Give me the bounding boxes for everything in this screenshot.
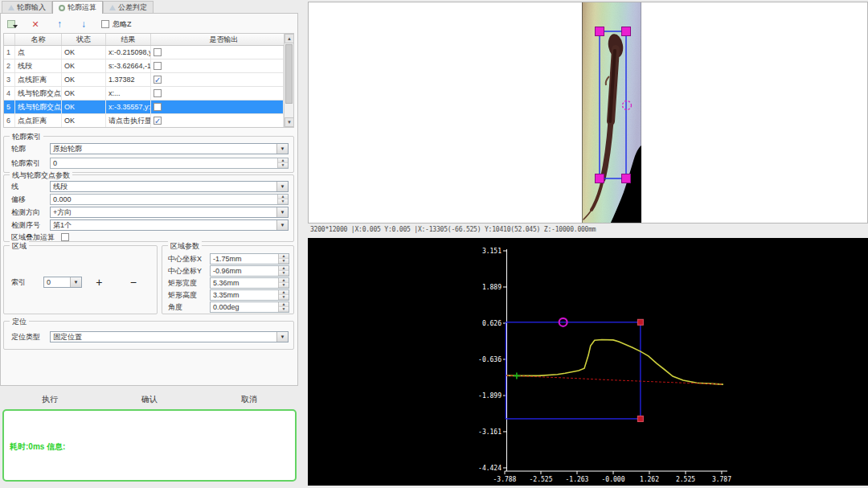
profile-plot[interactable]: 3.1511.8890.626-0.636-1.899-3.161-4.424-… xyxy=(308,238,868,486)
param-label: 中心坐标Y xyxy=(168,266,210,277)
tab-label: 轮廓运算 xyxy=(68,2,96,13)
output-checkbox[interactable] xyxy=(154,76,162,84)
positioning-type-value: 固定位置 xyxy=(51,332,276,342)
chevron-down-icon[interactable]: ▼ xyxy=(70,277,81,287)
image-viewer[interactable] xyxy=(308,2,868,223)
ignore-z-checkbox[interactable] xyxy=(101,20,109,28)
param-label: 角度 xyxy=(168,302,210,313)
confirm-button[interactable]: 确认 xyxy=(100,392,199,407)
col-name: 名称 xyxy=(15,34,62,45)
toolbar: ✕ ↑ ↓ 忽略Z xyxy=(5,18,132,31)
param-stepper[interactable]: -1.75mm▲▼ xyxy=(210,253,289,265)
overlay-calc-checkbox[interactable] xyxy=(61,233,69,241)
group-title: 轮廓索引 xyxy=(10,132,43,142)
message-box: 耗时:0ms 信息: xyxy=(2,409,297,482)
line-select[interactable]: 线段 ▼ xyxy=(50,181,289,192)
spinner-icons[interactable]: ▲▼ xyxy=(277,195,288,204)
svg-text:0.626: 0.626 xyxy=(482,320,502,327)
table-header: 名称 状态 结果 是否输出 xyxy=(4,34,293,46)
table-row[interactable]: 2线段OKs:-3.62664,-1... xyxy=(4,59,284,73)
region-param-row: 角度0.00deg▲▼ xyxy=(168,301,289,313)
order-label: 检测序号 xyxy=(11,220,50,231)
table-row[interactable]: 4线与轮廓交点OKx:... xyxy=(4,87,284,100)
output-checkbox[interactable] xyxy=(154,89,162,97)
contour-index-stepper[interactable]: 0 ▲▼ xyxy=(50,158,289,169)
svg-text:1.889: 1.889 xyxy=(482,284,502,291)
triangle-icon xyxy=(8,5,14,10)
direction-select[interactable]: +方向 ▼ xyxy=(50,207,289,218)
table-row[interactable]: 1点OKx:-0.215098,y:... xyxy=(4,46,284,59)
table-row[interactable]: 5线与轮廓交点(1)OKx:-3.35557,y:-... xyxy=(4,100,284,114)
status-line: 3200*12000 |X:0.005 Y:0.005 |X:-13305(-6… xyxy=(310,226,865,236)
spinner-icons[interactable]: ▲▼ xyxy=(278,266,289,276)
col-output: 是否输出 xyxy=(151,34,293,45)
add-measure-icon[interactable] xyxy=(5,18,18,31)
tab-contour-calc[interactable]: 轮廓运算 xyxy=(52,1,103,14)
group-title: 定位 xyxy=(10,317,29,327)
contour-index-label: 轮廓索引 xyxy=(11,158,50,169)
output-checkbox[interactable] xyxy=(154,117,162,125)
param-stepper[interactable]: -0.96mm▲▼ xyxy=(210,265,289,277)
region-param-row: 中心坐标X-1.75mm▲▼ xyxy=(168,253,289,265)
ignore-z-label: 忽略Z xyxy=(113,19,132,30)
move-down-icon[interactable]: ↓ xyxy=(77,18,90,31)
tab-tolerance[interactable]: 公差判定 xyxy=(103,1,154,13)
chevron-down-icon[interactable]: ▼ xyxy=(276,144,288,154)
region-index-value: 0 xyxy=(44,278,70,286)
scroll-down-icon[interactable]: ▼ xyxy=(285,117,294,127)
delete-icon[interactable]: ✕ xyxy=(29,18,42,31)
line-label: 线 xyxy=(11,182,50,192)
output-checkbox[interactable] xyxy=(154,103,162,111)
table-row[interactable]: 6点点距离OK请点击执行显... xyxy=(4,114,284,128)
contour-value: 原始轮廓 xyxy=(51,144,276,154)
scroll-up-icon[interactable]: ▲ xyxy=(285,34,294,43)
cancel-button[interactable]: 取消 xyxy=(199,392,299,407)
region-index-label: 索引 xyxy=(11,277,43,288)
spinner-icons[interactable]: ▲▼ xyxy=(278,254,289,264)
table-row[interactable]: 3点线距离OK1.37382 xyxy=(4,73,284,87)
line-value: 线段 xyxy=(51,182,276,192)
table-scrollbar[interactable]: ▲ ▼ xyxy=(284,34,293,127)
order-select[interactable]: 第1个 ▼ xyxy=(50,219,289,231)
chevron-down-icon[interactable]: ▼ xyxy=(276,182,288,191)
direction-value: +方向 xyxy=(51,207,276,218)
positioning-type-select[interactable]: 固定位置 ▼ xyxy=(50,331,289,342)
tab-contour-input[interactable]: 轮廓输入 xyxy=(2,1,52,13)
remove-region-button[interactable]: − xyxy=(117,276,151,289)
contour-select[interactable]: 原始轮廓 ▼ xyxy=(50,143,289,154)
param-stepper[interactable]: 5.36mm▲▼ xyxy=(210,277,289,289)
spinner-icons[interactable]: ▲▼ xyxy=(277,158,288,168)
move-up-icon[interactable]: ↑ xyxy=(53,18,66,31)
param-label: 中心坐标X xyxy=(168,254,210,265)
spinner-icons[interactable]: ▲▼ xyxy=(278,302,289,312)
param-label: 矩形宽度 xyxy=(168,278,210,289)
svg-text:-0.636: -0.636 xyxy=(478,356,502,363)
contour-index-group: 轮廓索引 轮廓 原始轮廓 ▼ 轮廓索引 0 ▲▼ xyxy=(3,136,294,173)
output-checkbox[interactable] xyxy=(154,48,162,56)
param-value: 5.36mm xyxy=(211,279,278,287)
param-stepper[interactable]: 0.00deg▲▼ xyxy=(210,301,289,313)
add-region-button[interactable]: + xyxy=(82,276,117,289)
region-index-select[interactable]: 0 ▼ xyxy=(43,277,82,288)
group-title: 区域 xyxy=(10,241,29,252)
spinner-icons[interactable]: ▲▼ xyxy=(278,290,289,300)
group-title: 线与轮廓交点参数 xyxy=(10,170,72,181)
direction-label: 检测方向 xyxy=(11,207,50,218)
col-status: 状态 xyxy=(62,34,106,45)
scrollbar-thumb[interactable] xyxy=(285,44,293,104)
svg-text:-3.161: -3.161 xyxy=(478,429,502,436)
region-param-row: 矩形高度3.35mm▲▼ xyxy=(168,289,289,301)
chevron-down-icon[interactable]: ▼ xyxy=(276,332,288,342)
chevron-down-icon[interactable]: ▼ xyxy=(276,207,288,217)
table-body: 1点OKx:-0.215098,y:...2线段OKs:-3.62664,-1.… xyxy=(4,46,284,128)
chevron-down-icon[interactable]: ▼ xyxy=(276,220,288,230)
left-panel: 轮廓输入 轮廓运算 公差判定 ✕ ↑ ↓ 忽略Z 名称 状态 xyxy=(0,0,299,488)
spinner-icons[interactable]: ▲▼ xyxy=(278,278,289,288)
execute-button[interactable]: 执行 xyxy=(0,392,100,407)
ignore-z-option: 忽略Z xyxy=(101,19,132,30)
output-checkbox[interactable] xyxy=(154,62,162,70)
param-stepper[interactable]: 3.35mm▲▼ xyxy=(210,289,289,301)
svg-text:-2.525: -2.525 xyxy=(530,476,553,483)
offset-stepper[interactable]: 0.000 ▲▼ xyxy=(50,194,289,205)
region-group: 区域 索引 0 ▼ + − xyxy=(3,245,158,314)
